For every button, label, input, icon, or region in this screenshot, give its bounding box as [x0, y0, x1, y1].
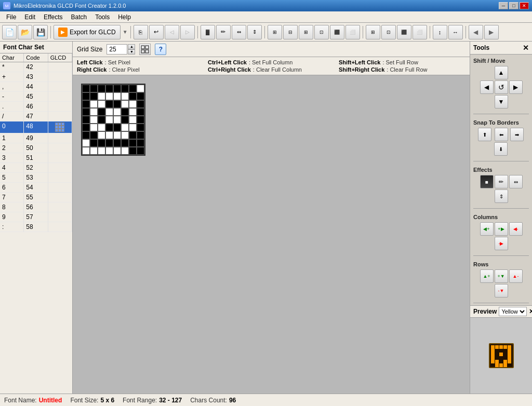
char-row[interactable]: ,44: [0, 82, 72, 92]
pixel-cell[interactable]: [137, 92, 144, 100]
pixel-cell[interactable]: [113, 116, 121, 124]
effect-invert-btn[interactable]: ■: [480, 175, 494, 188]
pixel-cell[interactable]: [137, 100, 144, 108]
pixel-cell[interactable]: [82, 131, 90, 139]
pixel-cell[interactable]: [113, 124, 121, 131]
char-row[interactable]: 250: [0, 143, 72, 153]
snap-top-btn[interactable]: ⬆: [478, 128, 491, 141]
pixel-cell[interactable]: [82, 85, 90, 92]
tb-nav-left[interactable]: ◀: [469, 25, 483, 39]
pixel-cell[interactable]: [98, 139, 105, 147]
row-add-top-btn[interactable]: ▲+: [480, 269, 494, 283]
menu-file[interactable]: File: [2, 11, 20, 22]
pixel-cell[interactable]: [129, 131, 137, 139]
tb-btn-g1[interactable]: ⊞: [268, 25, 282, 39]
pixel-cell[interactable]: [105, 85, 113, 92]
pixel-cell[interactable]: [105, 139, 113, 147]
pixel-cell[interactable]: [121, 108, 129, 116]
shift-right-btn[interactable]: ▶: [509, 80, 523, 94]
pixel-cell[interactable]: [137, 139, 144, 147]
menu-tools[interactable]: Tools: [91, 11, 114, 22]
pixel-cell[interactable]: [137, 124, 144, 131]
pixel-cell[interactable]: [90, 100, 98, 108]
pixel-cell[interactable]: [82, 139, 90, 147]
pixel-grid[interactable]: [81, 84, 145, 156]
snap-left-btn[interactable]: ⬅: [495, 128, 508, 141]
minimize-button[interactable]: ─: [499, 2, 508, 9]
tb-pencil[interactable]: ✏: [216, 25, 231, 39]
maximize-button[interactable]: □: [509, 2, 518, 9]
toggle-grid-btn[interactable]: [139, 44, 151, 55]
pixel-cell[interactable]: [137, 131, 144, 139]
pixel-cell[interactable]: [129, 116, 137, 124]
char-row[interactable]: :58: [0, 222, 72, 232]
tb-btn-r1[interactable]: ⊞: [366, 25, 380, 39]
pixel-cell[interactable]: [105, 124, 113, 131]
pixel-cell[interactable]: [137, 85, 144, 92]
char-row[interactable]: 048: [0, 121, 72, 133]
pixel-cell[interactable]: [113, 131, 121, 139]
pixel-cell[interactable]: [98, 85, 105, 92]
pixel-cell[interactable]: [82, 92, 90, 100]
tb-btn-g5[interactable]: ⬛: [330, 25, 344, 39]
pixel-cell[interactable]: [82, 116, 90, 124]
pixel-cell[interactable]: [129, 124, 137, 131]
char-row[interactable]: 957: [0, 212, 72, 222]
tb-mirror-h[interactable]: ⇔: [232, 25, 246, 39]
shift-reset-btn[interactable]: ↺: [495, 80, 508, 94]
tb-fill[interactable]: ▓: [201, 25, 215, 39]
preview-close-btn[interactable]: ✕: [529, 308, 532, 315]
row-del-bottom-btn[interactable]: -▼: [495, 284, 508, 297]
pixel-cell[interactable]: [98, 116, 105, 124]
char-row[interactable]: *42: [0, 62, 72, 72]
tb-undo[interactable]: ↩: [149, 25, 164, 39]
pixel-cell[interactable]: [105, 147, 113, 155]
pixel-cell[interactable]: [121, 131, 129, 139]
char-row[interactable]: 553: [0, 173, 72, 183]
preview-color-select[interactable]: Yellow Green White Blue: [499, 307, 527, 316]
tb-btn-r4[interactable]: ⬜: [413, 25, 427, 39]
shift-left-btn[interactable]: ◀: [480, 80, 494, 94]
tb-copy[interactable]: ⎘: [134, 25, 148, 39]
menu-edit[interactable]: Edit: [20, 11, 39, 22]
tb-btn-r3[interactable]: ⬛: [397, 25, 411, 39]
pixel-cell[interactable]: [105, 131, 113, 139]
pixel-cell[interactable]: [137, 147, 144, 155]
pixel-cell[interactable]: [129, 85, 137, 92]
pixel-cell[interactable]: [121, 92, 129, 100]
effect-mirror-h-btn[interactable]: ⇔: [509, 175, 523, 188]
help-btn[interactable]: ?: [155, 44, 166, 55]
pixel-cell[interactable]: [90, 139, 98, 147]
pixel-cell[interactable]: [105, 108, 113, 116]
tb-btn-g4[interactable]: ⊡: [314, 25, 329, 39]
tb-nav-right[interactable]: ▶: [484, 25, 499, 39]
row-del-top-btn[interactable]: ▲-: [509, 269, 523, 283]
tb-new[interactable]: 📄: [2, 25, 17, 39]
pixel-cell[interactable]: [113, 147, 121, 155]
tb-redo-1[interactable]: ◁: [165, 25, 179, 39]
char-row[interactable]: /47: [0, 112, 72, 121]
char-row[interactable]: 856: [0, 202, 72, 212]
pixel-cell[interactable]: [137, 116, 144, 124]
pixel-cell[interactable]: [105, 116, 113, 124]
pixel-cell[interactable]: [90, 124, 98, 131]
pixel-cell[interactable]: [98, 108, 105, 116]
tb-save[interactable]: 💾: [33, 25, 48, 39]
pixel-cell[interactable]: [90, 85, 98, 92]
effect-pencil-btn[interactable]: ✏: [495, 175, 508, 188]
spin-up[interactable]: ▲: [128, 44, 135, 49]
tb-redo-2[interactable]: ▷: [180, 25, 195, 39]
shift-down-btn[interactable]: ▼: [495, 95, 508, 109]
effect-mirror-v-btn[interactable]: ⇕: [495, 190, 508, 203]
char-row[interactable]: 755: [0, 193, 72, 202]
pixel-cell[interactable]: [90, 108, 98, 116]
grid-size-input[interactable]: 25: [107, 44, 127, 55]
menu-help[interactable]: Help: [114, 11, 135, 22]
pixel-cell[interactable]: [98, 147, 105, 155]
pixel-cell[interactable]: [129, 147, 137, 155]
pixel-cell[interactable]: [98, 131, 105, 139]
pixel-cell[interactable]: [113, 139, 121, 147]
snap-right-btn[interactable]: ➡: [510, 128, 524, 141]
pixel-cell[interactable]: [90, 92, 98, 100]
tb-open[interactable]: 📂: [18, 25, 32, 39]
